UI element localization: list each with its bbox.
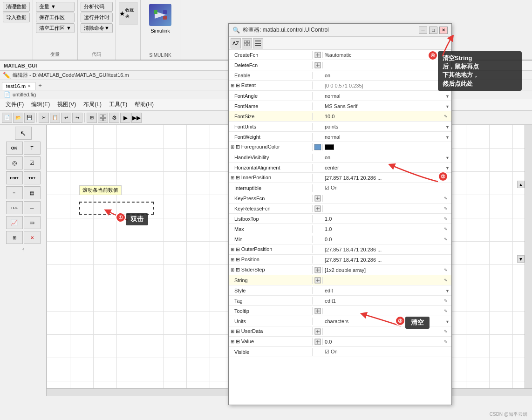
button-group-tool[interactable]: ⊞ bbox=[6, 231, 23, 244]
edit-keyreleasefcn[interactable]: ✎ bbox=[442, 205, 450, 212]
panel-tool[interactable]: ▭ bbox=[24, 216, 41, 229]
menu-edit[interactable]: 编辑(E) bbox=[27, 100, 54, 109]
grid-icon[interactable] bbox=[98, 113, 108, 123]
prop-name-userdata[interactable]: ⊞ UserData bbox=[229, 327, 313, 335]
prop-icon-tooltip[interactable] bbox=[313, 308, 323, 314]
open-file-icon[interactable]: 📂 bbox=[13, 113, 23, 123]
dropdown-horizontalalignment[interactable]: ▼ bbox=[445, 166, 450, 170]
activex-tool[interactable]: ✕ bbox=[24, 231, 41, 244]
checkbox-visible[interactable]: ☑ On bbox=[325, 349, 338, 354]
menu-layout[interactable]: 布局(L) bbox=[80, 100, 105, 109]
edit-max[interactable]: ✎ bbox=[442, 225, 450, 233]
new-file-icon[interactable]: 📄 bbox=[2, 113, 12, 123]
edit-userdata[interactable]: ✎ bbox=[442, 328, 450, 335]
dropdown-fontangle[interactable]: ▼ bbox=[445, 94, 450, 99]
tol-tool[interactable]: TOL bbox=[6, 201, 23, 214]
listbox-tool[interactable]: ≡ bbox=[6, 186, 23, 199]
edit-keypressfcn[interactable]: ✎ bbox=[442, 195, 450, 202]
analyze-code-button[interactable]: 分析代码 bbox=[81, 2, 113, 12]
menu-tools[interactable]: 工具(T) bbox=[105, 100, 131, 109]
prop-icon-foregroundcolor[interactable] bbox=[313, 144, 323, 150]
edit-tag[interactable]: ✎ bbox=[442, 297, 450, 305]
edit-listboxtop[interactable]: ✎ bbox=[442, 215, 450, 223]
prop-name-foregroundcolor[interactable]: ⊞ ForegroundColor bbox=[229, 143, 313, 151]
prop-icon-string[interactable] bbox=[313, 277, 323, 284]
dropdown-units[interactable]: ▼ bbox=[445, 319, 450, 324]
prop-name-position[interactable]: ⊞ Position bbox=[229, 256, 313, 264]
clear-annotation[interactable]: 清空 bbox=[405, 317, 430, 329]
variables-group-label: 变量 bbox=[36, 50, 75, 58]
clean-data-button[interactable]: 导入数据 bbox=[3, 13, 30, 22]
dropdown-style[interactable]: ▼ bbox=[445, 289, 450, 293]
select-tool[interactable]: ↖ bbox=[15, 127, 32, 140]
prop-name-outerposition[interactable]: ⊞ OuterPosition bbox=[229, 245, 313, 253]
scroll-down[interactable]: ▼ bbox=[517, 255, 525, 263]
prop-icon-createfcn[interactable] bbox=[313, 52, 323, 58]
menu-view[interactable]: 视图(V) bbox=[54, 100, 80, 109]
dropdown-fontweight[interactable]: ▼ bbox=[445, 135, 450, 140]
clear-workspace-button[interactable]: 清空工作区 ▼ bbox=[36, 23, 75, 33]
import-data-button[interactable]: 清理数据 bbox=[3, 2, 30, 12]
prop-icon-keypressfcn[interactable] bbox=[313, 195, 323, 202]
edit-tool[interactable]: EDIT bbox=[6, 171, 23, 184]
menu-file[interactable]: 文件(F) bbox=[2, 100, 27, 109]
dropdown-fontname[interactable]: ▼ bbox=[445, 104, 450, 109]
prop-name-innerposition[interactable]: ⊞ InnerPosition bbox=[229, 174, 313, 182]
dropdown-handlevisibility[interactable]: ▼ bbox=[445, 156, 450, 160]
edit-sliderstep[interactable]: ✎ bbox=[442, 266, 450, 274]
simulink-button[interactable]: Simulink bbox=[143, 2, 177, 35]
run-time-button[interactable]: 运行并计时 bbox=[81, 13, 113, 22]
edit-tooltip[interactable]: ✎ bbox=[442, 307, 450, 315]
minimize-button[interactable]: ─ bbox=[419, 27, 427, 34]
maximize-button[interactable]: □ bbox=[429, 27, 437, 34]
text-tool[interactable]: T bbox=[24, 142, 41, 155]
menu-help[interactable]: 帮助(H) bbox=[131, 100, 157, 109]
tab-close-icon[interactable]: ✕ bbox=[27, 84, 31, 88]
clear-command-button[interactable]: 清除命令▼ bbox=[81, 23, 113, 33]
redo-icon[interactable]: ↪ bbox=[72, 113, 82, 123]
properties-icon[interactable]: ⚙ bbox=[109, 113, 119, 123]
copy-icon[interactable]: 📋 bbox=[50, 113, 60, 123]
save-workspace-button[interactable]: 保存工作区 bbox=[36, 13, 75, 22]
edit-min[interactable]: ✎ bbox=[442, 236, 450, 243]
cut-icon[interactable]: ✂ bbox=[39, 113, 49, 123]
prop-name-sliderstep[interactable]: ⊞ SliderStep bbox=[229, 266, 313, 274]
grid-view-icon[interactable] bbox=[242, 38, 252, 48]
edit-string[interactable]: ✎ bbox=[442, 277, 450, 284]
svg-rect-13 bbox=[255, 41, 261, 41]
prop-icon-userdata[interactable] bbox=[313, 328, 323, 335]
value-text-tag: edit1 bbox=[325, 298, 336, 304]
radio-tool[interactable]: ◎ bbox=[6, 156, 23, 169]
prop-name-extent[interactable]: ⊞ Extent bbox=[229, 81, 313, 89]
dropdown-fontunits[interactable]: ▼ bbox=[445, 125, 450, 129]
popup-tool[interactable]: ▤ bbox=[24, 186, 41, 199]
checkbox-interruptible[interactable]: ☑ On bbox=[325, 185, 338, 190]
run2-icon[interactable]: ▶▶ bbox=[131, 113, 142, 123]
save-icon[interactable]: 💾 bbox=[24, 113, 34, 123]
align-icon[interactable]: ⊞ bbox=[87, 113, 97, 123]
edit-fontsize[interactable]: ✎ bbox=[442, 113, 450, 120]
favorites-button[interactable]: ★收藏夹 bbox=[119, 2, 137, 25]
edit-value[interactable]: ✎ bbox=[442, 338, 450, 345]
close-button[interactable]: ✕ bbox=[439, 27, 448, 34]
variables-button[interactable]: 变量 ▼ bbox=[36, 2, 75, 12]
txt-tool[interactable]: TXT bbox=[24, 171, 41, 184]
scrollbar-vertical[interactable] bbox=[525, 125, 532, 396]
scroll-up[interactable]: ▲ bbox=[517, 181, 525, 188]
ok-tool[interactable]: OK bbox=[6, 142, 23, 155]
undo-icon[interactable]: ↩ bbox=[61, 113, 71, 123]
list-view-icon[interactable] bbox=[253, 38, 263, 48]
axes-tool[interactable]: 📈 bbox=[6, 216, 23, 229]
tab-test16[interactable]: test16.m ✕ bbox=[2, 82, 35, 90]
prop-icon-deletefcn[interactable] bbox=[313, 62, 323, 68]
run-icon[interactable]: ▶ bbox=[120, 113, 130, 123]
toolbar-code-group: 分析代码 运行并计时 清除命令▼ 代码 bbox=[78, 0, 116, 60]
prop-icon-value[interactable] bbox=[313, 339, 323, 345]
slider-tool[interactable]: — bbox=[24, 201, 41, 214]
prop-icon-keyreleasefcn[interactable] bbox=[313, 205, 323, 212]
sort-icon[interactable]: AZ bbox=[231, 38, 241, 48]
prop-icon-sliderstep[interactable] bbox=[313, 267, 323, 273]
add-tab-button[interactable]: + bbox=[35, 81, 45, 90]
checkbox-tool[interactable]: ☑ bbox=[24, 156, 41, 169]
prop-name-value[interactable]: ⊞ Value bbox=[229, 338, 313, 345]
